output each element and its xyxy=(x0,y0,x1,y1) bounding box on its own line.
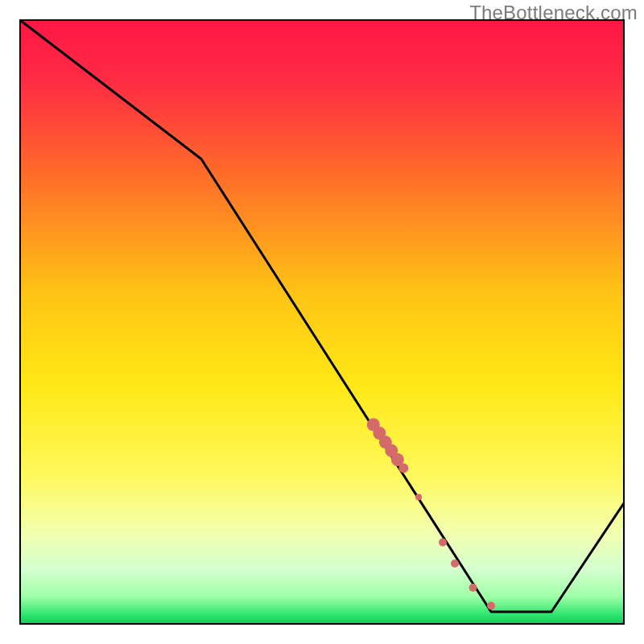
marker-dot xyxy=(451,559,459,568)
chart-container: TheBottleneck.com xyxy=(0,0,644,644)
marker-dot xyxy=(469,584,477,592)
marker-dot xyxy=(439,539,447,547)
marker-dot xyxy=(487,602,495,610)
marker-dot xyxy=(398,464,408,473)
marker-dot xyxy=(415,494,422,501)
watermark-label: TheBottleneck.com xyxy=(469,2,638,24)
gradient-background xyxy=(20,20,624,624)
bottleneck-chart xyxy=(0,0,644,644)
